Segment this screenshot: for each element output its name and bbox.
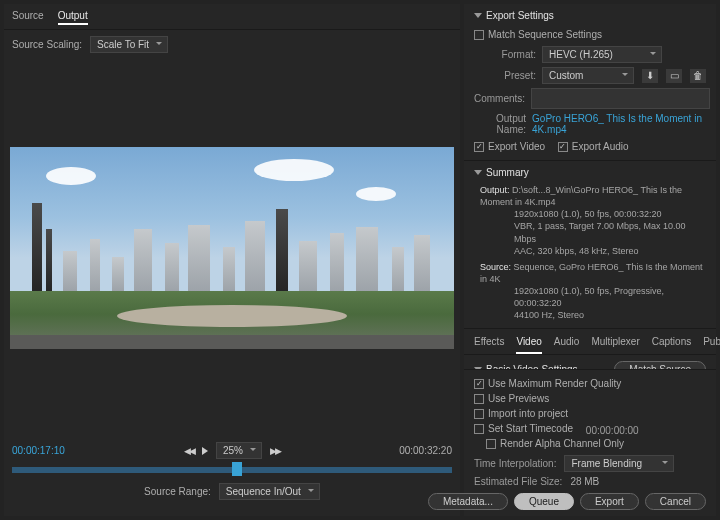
source-range-label: Source Range: (144, 486, 211, 497)
use-previews-checkbox[interactable]: Use Previews (474, 393, 549, 404)
tab-audio[interactable]: Audio (554, 333, 580, 354)
match-source-button[interactable]: Match Source (614, 361, 706, 370)
max-render-checkbox[interactable]: Use Maximum Render Quality (474, 378, 621, 389)
chevron-down-icon (474, 170, 482, 175)
delete-preset-icon[interactable]: 🗑 (690, 69, 706, 83)
format-dropdown[interactable]: HEVC (H.265) (542, 46, 662, 63)
match-sequence-checkbox[interactable]: Match Sequence Settings (474, 29, 602, 40)
summary-output: Output: D:\soft...8_Win\GoPro HERO6_ Thi… (480, 184, 706, 257)
output-name-label: Output Name: (474, 113, 526, 135)
time-interp-dropdown[interactable]: Frame Blending (564, 455, 674, 472)
play-icon[interactable] (202, 447, 208, 455)
save-preset-icon[interactable]: ⬇ (642, 69, 658, 83)
cancel-button[interactable]: Cancel (645, 493, 706, 510)
source-range-dropdown[interactable]: Sequence In/Out (219, 483, 320, 500)
summary-source: Source: Sequence, GoPro HERO6_ This Is t… (480, 261, 706, 322)
cloud (254, 159, 334, 181)
tab-video[interactable]: Video (516, 333, 541, 354)
export-video-checkbox[interactable]: Export Video (474, 141, 545, 152)
set-start-tc-checkbox[interactable]: Set Start Timecode (474, 423, 573, 434)
render-alpha-checkbox[interactable]: Render Alpha Channel Only (486, 438, 624, 449)
time-interp-label: Time Interpolation: (474, 458, 556, 469)
export-button[interactable]: Export (580, 493, 639, 510)
import-project-checkbox[interactable]: Import into project (474, 408, 568, 419)
preset-label: Preset: (474, 70, 536, 81)
cloud (46, 167, 96, 185)
export-audio-checkbox[interactable]: Export Audio (558, 141, 629, 152)
tab-captions[interactable]: Captions (652, 333, 691, 354)
preview-road (10, 335, 454, 349)
est-size-label: Estimated File Size: (474, 476, 562, 487)
import-preset-icon[interactable]: ▭ (666, 69, 682, 83)
queue-button[interactable]: Queue (514, 493, 574, 510)
timecode-current[interactable]: 00:00:17:10 (12, 445, 65, 456)
chevron-down-icon (474, 13, 482, 18)
comments-input[interactable] (531, 88, 710, 109)
preview-plaza (117, 305, 348, 327)
export-settings-title: Export Settings (486, 10, 554, 21)
tab-output[interactable]: Output (58, 8, 88, 25)
zoom-dropdown[interactable]: 25% (216, 442, 262, 459)
skyline (10, 201, 454, 291)
video-preview[interactable] (10, 147, 454, 349)
comments-label: Comments: (474, 93, 525, 104)
start-tc-value: 00:00:00:00 (586, 425, 639, 436)
format-label: Format: (474, 49, 536, 60)
forward-icon[interactable]: ▶▶ (270, 446, 280, 456)
source-scaling-label: Source Scaling: (12, 39, 82, 50)
playhead[interactable] (232, 462, 242, 476)
timecode-total: 00:00:32:20 (399, 445, 452, 456)
rewind-icon[interactable]: ◀◀ (184, 446, 194, 456)
est-size-value: 28 MB (570, 476, 599, 487)
output-name-link[interactable]: GoPro HERO6_ This Is the Moment in 4K.mp… (532, 113, 706, 135)
timeline-scrubber[interactable] (12, 467, 452, 473)
source-scaling-dropdown[interactable]: Scale To Fit (90, 36, 168, 53)
tab-effects[interactable]: Effects (474, 333, 504, 354)
preset-dropdown[interactable]: Custom (542, 67, 634, 84)
tab-publish[interactable]: Publish (703, 333, 720, 354)
tab-source[interactable]: Source (12, 8, 44, 25)
tab-multiplexer[interactable]: Multiplexer (591, 333, 639, 354)
summary-title: Summary (486, 167, 529, 178)
metadata-button[interactable]: Metadata... (428, 493, 508, 510)
